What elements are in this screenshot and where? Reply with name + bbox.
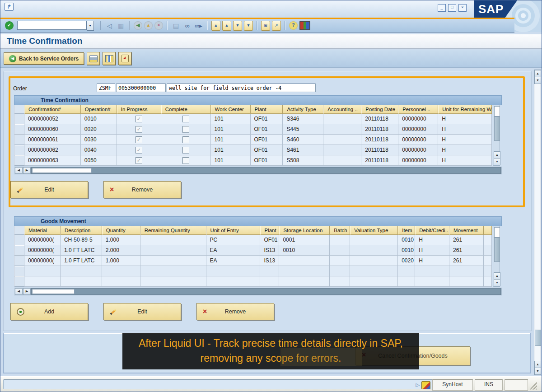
- column-header[interactable]: Remaining Quantity: [140, 226, 206, 235]
- scrollbar-thumb[interactable]: [494, 117, 500, 141]
- resize-grip[interactable]: [530, 381, 537, 390]
- time-confirmation-vertical-scrollbar[interactable]: ▲ ▼: [493, 105, 500, 166]
- scrollbar-thumb[interactable]: [32, 289, 75, 294]
- row-selector[interactable]: [14, 135, 24, 145]
- scroll-down-button[interactable]: ▼: [494, 279, 500, 286]
- checkbox-checked[interactable]: ✓: [136, 136, 142, 143]
- column-header[interactable]: Debit/Credi..: [415, 226, 449, 235]
- scroll-down-button[interactable]: ▼: [494, 158, 500, 165]
- column-header[interactable]: Operation#: [81, 105, 117, 114]
- notes-button[interactable]: [118, 52, 131, 65]
- order-description-field[interactable]: well site for field service order -4: [167, 84, 316, 92]
- close-button[interactable]: ×: [458, 4, 467, 12]
- table-row[interactable]: 00000000520010✓101OF01S34620110118000000…: [14, 114, 492, 124]
- checkbox-checked[interactable]: ✓: [136, 157, 142, 164]
- column-header[interactable]: Work Center: [211, 105, 251, 114]
- column-header[interactable]: Plant: [251, 105, 283, 114]
- scroll-up-button[interactable]: ▲: [534, 361, 541, 368]
- minimize-button[interactable]: _: [438, 4, 446, 12]
- scroll-up-button[interactable]: ▲: [494, 272, 500, 280]
- scroll-up-button[interactable]: ▲: [534, 70, 541, 77]
- edit-button[interactable]: Edit: [103, 303, 181, 320]
- table-row[interactable]: 00000000600020✓101OF01S44520110118000000…: [14, 124, 492, 135]
- checkbox-unchecked[interactable]: [182, 116, 189, 122]
- save-icon[interactable]: ▦: [116, 21, 126, 31]
- column-header[interactable]: Material: [24, 226, 61, 235]
- row-selector[interactable]: [14, 276, 24, 287]
- scrollbar-thumb[interactable]: [535, 330, 541, 346]
- command-input[interactable]: [17, 21, 87, 30]
- column-header[interactable]: Accounting ..: [323, 105, 361, 114]
- gui-status-icon[interactable]: [421, 381, 430, 389]
- table-row[interactable]: 00000000(1.0 FT LATC2.000EAIS1300100010H…: [14, 245, 492, 256]
- goods-movement-vertical-scrollbar[interactable]: ▲ ▼: [493, 226, 500, 287]
- print-icon[interactable]: ▤: [171, 21, 181, 31]
- checkbox-unchecked[interactable]: [182, 136, 189, 143]
- column-header[interactable]: Description: [61, 226, 102, 235]
- row-selector[interactable]: [14, 145, 24, 155]
- row-selector[interactable]: [14, 266, 24, 276]
- restore-button[interactable]: □: [448, 4, 456, 12]
- exit-circle-icon[interactable]: ▲: [144, 21, 153, 30]
- checkbox-checked[interactable]: ✓: [136, 147, 142, 154]
- scrollbar-thumb[interactable]: [494, 106, 500, 117]
- new-session-icon[interactable]: ⊞: [261, 21, 270, 31]
- column-header[interactable]: In Progress: [117, 105, 161, 114]
- column-header[interactable]: [484, 226, 492, 235]
- table-row[interactable]: 00000000610030✓101OF01S46020110118000000…: [14, 135, 492, 145]
- checkbox-unchecked[interactable]: [182, 157, 189, 164]
- scroll-down-button[interactable]: ▼: [534, 77, 541, 84]
- row-selector[interactable]: [14, 256, 24, 266]
- row-selector[interactable]: [14, 235, 24, 245]
- column-header[interactable]: Activity Type: [283, 105, 323, 114]
- scrollbar-track[interactable]: [31, 288, 501, 295]
- find-next-icon[interactable]: ∞▸: [193, 21, 204, 31]
- column-header[interactable]: Personnel ..: [398, 105, 438, 114]
- table-row[interactable]: [14, 266, 492, 276]
- last-page-icon[interactable]: ▼: [244, 21, 253, 31]
- table-row[interactable]: [14, 276, 492, 287]
- column-header[interactable]: Batch: [330, 226, 350, 235]
- scroll-down-button[interactable]: ▼: [534, 368, 541, 375]
- time-confirmation-horizontal-scrollbar[interactable]: ◀ ▶: [14, 167, 502, 174]
- back-icon[interactable]: ◁: [104, 21, 115, 31]
- customize-icon[interactable]: [299, 21, 310, 30]
- system-menu-icon[interactable]: ↱: [5, 3, 14, 11]
- column-header[interactable]: Unit for Remaining W: [438, 105, 492, 114]
- back-circle-icon[interactable]: ◀: [134, 21, 142, 30]
- next-page-icon[interactable]: ▼: [233, 21, 242, 31]
- scrollbar-thumb[interactable]: [32, 168, 92, 173]
- edit-button[interactable]: Edit: [10, 181, 88, 198]
- row-selector[interactable]: [14, 105, 24, 114]
- row-selector[interactable]: [14, 124, 24, 135]
- table-view-button[interactable]: [103, 52, 116, 65]
- goods-movement-horizontal-scrollbar[interactable]: ◀ ▶: [14, 288, 502, 295]
- main-vertical-scrollbar[interactable]: ▲ ▼ ▲ ▼: [534, 70, 541, 375]
- column-header[interactable]: Movement: [449, 226, 484, 235]
- shortcut-icon[interactable]: ↗: [272, 21, 281, 31]
- column-header[interactable]: Plant: [260, 226, 279, 235]
- table-row[interactable]: 00000000(1.0 FT LATC1.000EAIS130020H261: [14, 256, 492, 266]
- row-selector[interactable]: [14, 226, 24, 235]
- checkbox-unchecked[interactable]: [182, 147, 189, 154]
- order-number-field[interactable]: 005300000000: [116, 84, 166, 92]
- find-icon[interactable]: ∞: [182, 21, 192, 31]
- command-dropdown-icon[interactable]: ▾: [87, 21, 94, 31]
- scroll-right-button[interactable]: ▶: [23, 288, 31, 295]
- checkbox-unchecked[interactable]: [182, 126, 189, 133]
- scroll-left-button[interactable]: ◀: [15, 288, 23, 295]
- status-expand-icon[interactable]: ▷: [416, 382, 420, 388]
- previous-page-icon[interactable]: ▲: [222, 21, 231, 31]
- row-selector[interactable]: [14, 245, 24, 256]
- order-type-field[interactable]: ZSMF: [97, 84, 115, 92]
- column-header[interactable]: Confirmation#: [24, 105, 81, 114]
- column-header[interactable]: Quantity: [102, 226, 140, 235]
- print-button[interactable]: [87, 52, 100, 65]
- row-selector[interactable]: [14, 114, 24, 124]
- table-row[interactable]: 00000000(CH-50-89-51.000PCOF0100010010H2…: [14, 235, 492, 245]
- add-button[interactable]: Add: [10, 303, 88, 320]
- scrollbar-track[interactable]: [31, 167, 501, 174]
- scrollbar-thumb[interactable]: [494, 238, 500, 262]
- row-selector[interactable]: [14, 155, 24, 166]
- column-header[interactable]: Valuation Type: [350, 226, 398, 235]
